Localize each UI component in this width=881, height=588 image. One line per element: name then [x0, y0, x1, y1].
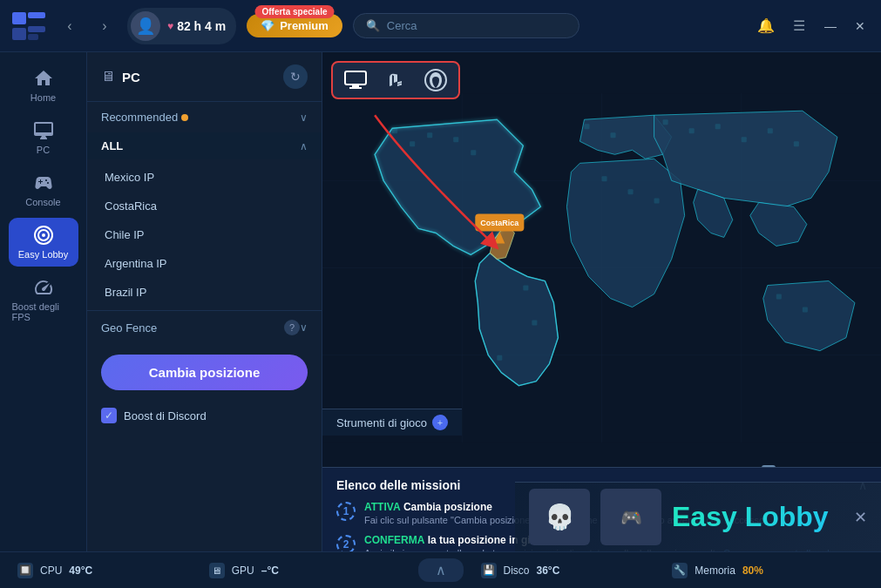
panel-title: PC	[122, 70, 276, 84]
svg-rect-23	[471, 150, 476, 155]
recommended-section-header[interactable]: Recommended ∨	[87, 102, 322, 132]
server-name: Mexico IP	[105, 171, 154, 184]
svg-rect-3	[28, 26, 45, 32]
boost-discord-label: Boost di Discord	[124, 409, 207, 422]
svg-rect-31	[794, 141, 799, 146]
sidebar-item-pc[interactable]: PC	[9, 113, 78, 162]
disk-value: 36°C	[537, 564, 560, 577]
disk-stat: 💾 Disco 36°C	[481, 563, 673, 578]
svg-rect-39	[497, 355, 502, 361]
easylobby-thumb-img-2: 🎮	[600, 489, 661, 545]
svg-rect-9	[352, 84, 359, 87]
gpu-stat: 🖥 GPU –°C	[209, 563, 401, 578]
premium-button[interactable]: Offerta speciale 💎 Premium	[247, 14, 342, 37]
panel-header: 🖥 PC ↻	[87, 52, 322, 102]
server-item-argentina[interactable]: Argentina IP	[87, 249, 322, 278]
step-2-keyword: CONFERMA	[364, 534, 424, 546]
forward-button[interactable]: ›	[92, 14, 117, 38]
svg-rect-33	[628, 189, 634, 194]
refresh-button[interactable]: ↻	[283, 64, 308, 89]
topbar-actions: 🔔 ☰ — ✕	[754, 14, 871, 38]
all-section-header[interactable]: ALL ∧	[87, 132, 322, 159]
easylobby-close-button[interactable]: ✕	[854, 508, 867, 527]
back-button[interactable]: ‹	[58, 14, 82, 38]
topbar: ‹ › 👤 ♥ 82 h 4 m Offerta speciale 💎 Prem…	[0, 0, 881, 52]
all-label: ALL	[101, 139, 300, 152]
sidebar-item-boost-fps[interactable]: Boost degli FPS	[9, 270, 78, 329]
sidebar-item-home[interactable]: Home	[9, 61, 78, 110]
monitor-icon: 🖥	[101, 69, 115, 84]
cpu-icon: 🔲	[17, 563, 33, 578]
server-name: Chile IP	[105, 228, 145, 241]
server-item-costarica[interactable]: CostaRica	[87, 192, 322, 220]
svg-rect-34	[654, 198, 660, 203]
close-button[interactable]: ✕	[850, 16, 871, 37]
svg-rect-20	[410, 141, 415, 146]
geo-fence-section[interactable]: Geo Fence ? ∨	[87, 310, 322, 344]
step-1-keyword: ATTIVA	[364, 501, 401, 513]
disk-label: Disco	[504, 564, 530, 577]
menu-button[interactable]: ☰	[787, 14, 811, 38]
svg-text:CostaRica: CostaRica	[480, 219, 519, 227]
cpu-label: CPU	[40, 564, 62, 577]
search-icon: 🔍	[366, 19, 380, 32]
server-name: CostaRica	[105, 199, 157, 213]
platform-tab-xbox[interactable]	[422, 68, 450, 92]
search-box[interactable]: 🔍 Cerca	[353, 13, 579, 38]
server-list: Mexico IP CostaRica Chile IP Argentina I…	[87, 159, 322, 310]
platform-tab-pc[interactable]	[342, 68, 369, 92]
heart-icon: ♥	[167, 20, 173, 32]
svg-rect-8	[345, 71, 366, 84]
sidebar-pc-label: PC	[37, 145, 50, 155]
sidebar-item-console[interactable]: Console	[9, 166, 78, 214]
recommended-badge	[181, 114, 188, 121]
premium-gem-icon: 💎	[261, 19, 274, 32]
svg-rect-19	[392, 128, 397, 133]
notification-button[interactable]: 🔔	[754, 14, 778, 38]
boost-discord-checkbox[interactable]: ✓	[101, 408, 117, 423]
svg-rect-36	[803, 308, 808, 313]
svg-rect-27	[689, 128, 695, 133]
svg-rect-24	[584, 124, 589, 129]
server-name: Brazil IP	[105, 286, 146, 299]
geo-fence-chevron: ∨	[300, 321, 308, 334]
svg-rect-21	[427, 132, 432, 138]
special-offer-badge: Offerta speciale	[254, 5, 334, 18]
chevron-down-icon: ∨	[300, 112, 308, 124]
memory-stat: 🔧 Memoria 80%	[672, 563, 864, 578]
avatar: 👤	[131, 11, 160, 41]
platform-tabs	[331, 61, 460, 99]
svg-rect-37	[523, 286, 528, 291]
memory-value: 80%	[742, 564, 763, 577]
minimize-button[interactable]: —	[820, 16, 841, 37]
svg-rect-38	[532, 321, 537, 326]
memory-label: Memoria	[695, 564, 735, 577]
cpu-value: 49°C	[69, 564, 92, 577]
svg-rect-1	[28, 12, 45, 18]
game-tools-info-icon[interactable]: +	[432, 415, 448, 430]
server-item-mexico[interactable]: Mexico IP	[87, 163, 322, 192]
platform-tab-playstation[interactable]	[382, 68, 410, 92]
expand-button-container: ∧	[401, 558, 481, 582]
time-value: 82 h 4 m	[177, 19, 226, 33]
server-item-brazil[interactable]: Brazil IP	[87, 278, 322, 307]
svg-rect-28	[715, 124, 721, 129]
change-position-button[interactable]: Cambia posizione	[101, 355, 308, 390]
game-tools-bar: Strumenti di gioco +	[322, 409, 462, 436]
expand-button[interactable]: ∧	[418, 558, 464, 582]
bottom-bar: 🔲 CPU 49°C 🖥 GPU –°C ∧ 💾 Disco 36°C 🔧 Me…	[0, 551, 881, 588]
server-item-chile[interactable]: Chile IP	[87, 220, 322, 249]
easylobby-overlay: 💀 🎮 Easy Lobby ✕	[515, 482, 881, 551]
sidebar-item-easy-lobby[interactable]: Easy Lobby	[9, 218, 78, 267]
geo-fence-help-icon[interactable]: ?	[284, 320, 300, 335]
disk-icon: 💾	[481, 563, 497, 578]
svg-point-7	[42, 233, 45, 237]
sidebar: Home PC Console Easy Lobby Boost degli F…	[0, 52, 87, 588]
change-btn-label: Cambia posizione	[149, 365, 261, 380]
recommended-label: Recommended	[101, 111, 300, 124]
chevron-up-icon: ∧	[300, 140, 308, 152]
sidebar-easy-lobby-label: Easy Lobby	[18, 249, 68, 260]
svg-rect-35	[776, 294, 782, 300]
main-layout: Home PC Console Easy Lobby Boost degli F…	[0, 52, 881, 588]
svg-rect-4	[28, 34, 38, 40]
